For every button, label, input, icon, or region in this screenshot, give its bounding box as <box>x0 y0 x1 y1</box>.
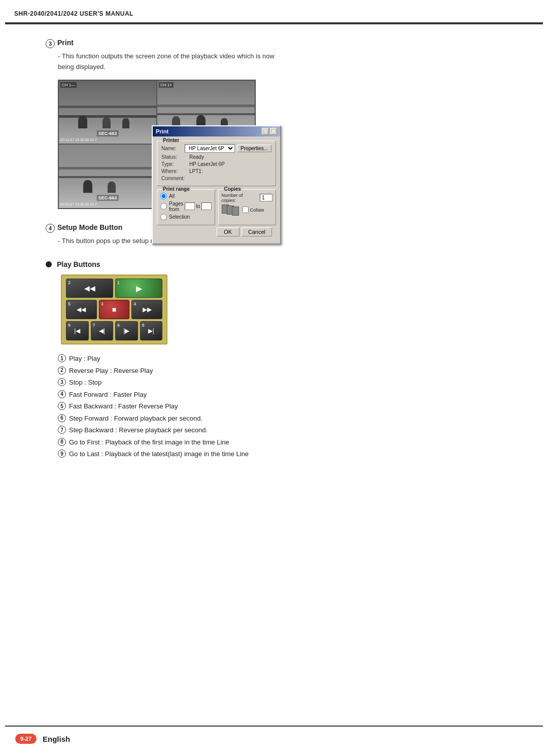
play-btn-9: 9 |◀ <box>66 321 89 340</box>
print-desc-line1: - This function outputs the screen zone … <box>58 51 512 62</box>
play-btn-4: 4 ▶▶ <box>131 300 162 319</box>
list-item-5: 5 Fast Backward : Faster Reverse Play <box>58 401 512 411</box>
btn-icon-8: ▶| <box>148 327 154 334</box>
cancel-btn[interactable]: Cancel <box>242 227 272 236</box>
btn-icon-5: ◀◀ <box>77 306 86 313</box>
screenshot-area: CH 1— SEC-663 07/11/17 15:20:00 01:7 CH … <box>58 80 512 209</box>
list-text-8: Go to First : Playback of the first imag… <box>69 437 229 448</box>
pages-from-input[interactable] <box>185 202 195 210</box>
play-btn-7: 7 ◀| <box>91 321 114 340</box>
where-label: Where: <box>161 168 189 174</box>
list-item-6: 6 Step Forward : Forward playback per se… <box>58 414 512 424</box>
footer-bar: 9-27 English <box>5 726 543 751</box>
print-range-group: Print range All Pages from to <box>157 189 215 225</box>
btn-num-4: 4 <box>133 301 136 306</box>
properties-btn[interactable]: Properties... <box>237 145 271 152</box>
printer-group-label: Printer <box>161 138 181 143</box>
dialog-close-btn[interactable]: ✕ <box>270 128 277 135</box>
btn-icon-7: ◀| <box>99 327 105 334</box>
cctv-label-1: SEC-663 <box>97 130 119 136</box>
comment-row: Comment: <box>161 176 271 181</box>
type-value: HP LaserJet 6P <box>189 161 225 167</box>
btn-num-8: 8 <box>142 323 145 328</box>
pages-row: Pages from to <box>160 201 212 212</box>
cctv-ch-label-1: CH 1— <box>60 82 77 88</box>
print-dialog: Print ? ✕ Printer Name: <box>152 125 281 245</box>
btn-icon-9: |◀ <box>74 327 80 334</box>
bullet-header: Play Buttons <box>46 260 512 268</box>
list-text-3: Stop : Stop <box>69 377 101 388</box>
list-text-1: Play : Play <box>69 354 100 364</box>
printer-name-select[interactable]: HP LaserJet 6P <box>185 144 235 153</box>
pages-to-input[interactable] <box>201 202 212 210</box>
dialog-title: Print <box>156 128 168 134</box>
all-radio[interactable] <box>160 193 167 199</box>
section-title-setup: Setup Mode Button <box>57 223 122 231</box>
header-title: SHR-2040/2041/2042 USER'S MANUAL <box>14 10 133 17</box>
dialog-footer: OK Cancel <box>157 225 276 239</box>
list-num-1: 1 <box>58 354 66 362</box>
status-value: Ready <box>189 154 204 160</box>
play-buttons-diagram: 2 ◀◀ 1 ▶ 5 ◀◀ 3 ■ <box>61 274 512 345</box>
num-copies-input[interactable] <box>260 194 272 201</box>
collate-label: Collate <box>250 208 264 213</box>
list-text-2: Reverse Play : Reverse Play <box>69 366 153 376</box>
play-btn-row-2: 5 ◀◀ 3 ■ 4 ▶▶ <box>66 300 162 319</box>
pages-radio[interactable] <box>160 203 167 210</box>
btn-icon-3: ■ <box>112 305 116 314</box>
bullet-dot <box>46 261 52 267</box>
to-label: to <box>196 203 200 209</box>
list-item-9: 9 Go to Last : Playback of the latest(la… <box>58 449 512 459</box>
list-item-3: 3 Stop : Stop <box>58 377 512 388</box>
list-item-1: 1 Play : Play <box>58 354 512 364</box>
list-item-8: 8 Go to First : Playback of the first im… <box>58 437 512 448</box>
play-btn-row-3: 9 |◀ 7 ◀| 6 |▶ 8 ▶| <box>66 321 162 340</box>
ok-btn[interactable]: OK <box>217 227 239 236</box>
btn-icon-6: |▶ <box>123 327 129 334</box>
collate-checkbox[interactable] <box>242 207 249 213</box>
cctv-composite: CH 1— SEC-663 07/11/17 15:20:00 01:7 CH … <box>58 80 256 209</box>
range-copies-row: Print range All Pages from to <box>157 189 276 225</box>
header-bar: SHR-2040/2041/2042 USER'S MANUAL <box>5 5 543 23</box>
list-num-3: 3 <box>58 378 66 386</box>
print-range-label: Print range <box>161 186 191 192</box>
btn-icon-4: ▶▶ <box>143 306 152 313</box>
where-value: LPT1: <box>189 168 203 174</box>
footer-badge: 9-27 <box>15 734 37 744</box>
list-num-4: 4 <box>58 390 66 398</box>
play-btn-1: 1 ▶ <box>115 279 162 298</box>
cctv-ch-label-2: CH 1+ <box>159 82 174 88</box>
list-num-2: 2 <box>58 366 66 374</box>
dialog-body: Printer Name: HP LaserJet 6P Properties.… <box>153 136 280 244</box>
print-desc-line2: being displayed. <box>58 62 512 73</box>
play-btn-8: 8 ▶| <box>140 321 163 340</box>
num-copies-row: Number of copies: <box>222 193 273 203</box>
play-list: 1 Play : Play 2 Reverse Play : Reverse P… <box>58 354 512 459</box>
play-btn-2: 2 ◀◀ <box>66 279 113 298</box>
play-btn-container: 2 ◀◀ 1 ▶ 5 ◀◀ 3 ■ <box>61 274 167 345</box>
play-btn-row-1: 2 ◀◀ 1 ▶ <box>66 279 162 298</box>
num-copies-label: Number of copies: <box>222 193 259 203</box>
selection-row: Selection <box>160 214 212 220</box>
section-print: 3 Print - This function outputs the scre… <box>46 39 512 209</box>
footer-text: English <box>43 735 70 743</box>
btn-icon-2: ◀◀ <box>84 284 95 292</box>
cctv-label-3: SEC-663 <box>97 195 119 201</box>
btn-num-6: 6 <box>117 323 120 328</box>
list-item-4: 4 Fast Forward : Faster Play <box>58 390 512 400</box>
selection-radio[interactable] <box>160 214 167 220</box>
selection-label: Selection <box>169 214 190 220</box>
section-title-print: Print <box>57 39 74 47</box>
list-num-7: 7 <box>58 426 66 434</box>
copies-group: Copies Number of copies: <box>218 189 277 225</box>
section-num-3: 3 <box>46 39 55 48</box>
comment-label: Comment: <box>161 176 189 181</box>
name-label: Name: <box>161 146 185 151</box>
list-num-8: 8 <box>58 438 66 446</box>
play-buttons-title: Play Buttons <box>57 260 100 268</box>
dialog-titlebar-buttons: ? ✕ <box>262 128 277 135</box>
all-label: All <box>169 193 175 199</box>
setup-desc-line1: - This button pops up the setup mode win… <box>58 236 512 247</box>
dialog-help-btn[interactable]: ? <box>262 128 269 135</box>
play-btn-3: 3 ■ <box>99 300 130 319</box>
